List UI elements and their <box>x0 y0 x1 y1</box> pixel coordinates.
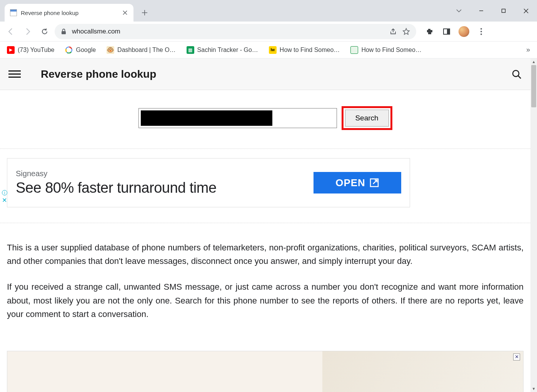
ad-open-button[interactable]: OPEN <box>314 172 401 193</box>
share-icon[interactable] <box>389 28 397 35</box>
tab-title: Reverse phone lookup <box>21 10 118 16</box>
search-row: Search <box>0 90 530 149</box>
new-tab-button[interactable] <box>138 6 151 19</box>
scroll-thumb[interactable] <box>531 65 536 107</box>
search-button[interactable]: Search <box>345 110 389 127</box>
browser-toolbar: whocallsme.com <box>0 22 537 42</box>
bookmark-item[interactable]: lwHow to Find Someo… <box>269 46 340 54</box>
svg-point-8 <box>513 70 519 77</box>
ad-close-icon[interactable]: ✕ <box>2 197 7 204</box>
ad-headline: See 80% faster turnaround time <box>16 180 314 196</box>
back-button[interactable] <box>4 25 18 38</box>
bookmarks-overflow-button[interactable]: » <box>526 46 530 54</box>
bookmark-label: Sachin Tracker - Go… <box>197 47 258 53</box>
browser-tab[interactable]: Reverse phone lookup <box>5 4 133 22</box>
forward-button[interactable] <box>21 25 35 38</box>
lock-icon <box>61 28 67 35</box>
profile-avatar[interactable] <box>459 26 469 37</box>
redacted-input-value <box>141 110 272 126</box>
page-title: Reverse phone lookup <box>41 68 156 80</box>
svg-rect-1 <box>62 31 66 34</box>
open-external-icon <box>369 178 379 188</box>
svg-point-4 <box>480 28 482 30</box>
hamburger-menu-button[interactable] <box>8 68 21 80</box>
sidepanel-icon[interactable] <box>442 27 452 37</box>
description-area: This is a user supplied database of phon… <box>0 223 530 351</box>
svg-point-6 <box>480 33 482 35</box>
page-content: Reverse phone lookup Search i ✕ Signeasy <box>0 58 530 392</box>
window-controls <box>448 0 537 22</box>
ad-banner[interactable]: i ✕ Signeasy See 80% faster turnaround t… <box>7 158 410 207</box>
bookmark-item[interactable]: 🐵Dashboard | The O… <box>107 46 176 54</box>
description-paragraph: If you received a strange call, unwanted… <box>7 280 524 321</box>
bookmark-item[interactable]: ▦Sachin Tracker - Go… <box>187 46 258 54</box>
ad-brand: Signeasy <box>16 169 314 178</box>
scroll-down-button[interactable]: ▼ <box>530 385 537 392</box>
description-paragraph: This is a user supplied database of phon… <box>7 241 524 268</box>
extensions-icon[interactable] <box>425 27 435 37</box>
search-button-label: Search <box>355 114 378 122</box>
address-bar[interactable]: whocallsme.com <box>55 24 416 39</box>
bookmark-label: How to Find Someo… <box>361 47 422 53</box>
window-titlebar: Reverse phone lookup <box>0 0 537 22</box>
scroll-up-button[interactable]: ▲ <box>530 58 537 65</box>
bookmark-label: (73) YouTube <box>18 47 54 53</box>
ad-close-icon[interactable]: ✕ <box>513 354 520 360</box>
chrome-menu-button[interactable] <box>476 27 486 37</box>
close-window-button[interactable] <box>515 3 537 18</box>
tab-favicon <box>10 9 17 16</box>
bookmark-label: Google <box>76 47 96 53</box>
reload-button[interactable] <box>38 25 52 38</box>
tab-close-button[interactable] <box>122 10 128 16</box>
bookmark-item[interactable]: ▶(73) YouTube <box>7 46 54 54</box>
bookmark-label: How to Find Someo… <box>280 47 340 53</box>
ad-info-icon[interactable]: i <box>2 190 7 195</box>
svg-rect-3 <box>447 29 450 34</box>
ad-container: i ✕ Signeasy See 80% faster turnaround t… <box>0 149 530 223</box>
bookmark-item[interactable]: Google <box>65 46 96 54</box>
bookmark-label: Dashboard | The O… <box>117 47 176 53</box>
maximize-button[interactable] <box>492 3 515 18</box>
search-icon[interactable] <box>511 69 522 80</box>
search-button-highlight: Search <box>342 106 392 130</box>
svg-rect-0 <box>502 9 505 13</box>
phone-search-input[interactable] <box>138 108 337 128</box>
vertical-scrollbar[interactable]: ▲ ▼ <box>530 58 537 392</box>
bookmark-item[interactable]: How to Find Someo… <box>350 46 422 54</box>
minimize-button[interactable] <box>470 3 492 18</box>
svg-point-5 <box>480 31 482 32</box>
star-icon[interactable] <box>402 28 410 35</box>
bottom-ad-banner[interactable]: ✕ <box>7 351 524 392</box>
chevron-down-icon[interactable] <box>448 3 470 18</box>
bookmarks-bar: ▶(73) YouTube Google 🐵Dashboard | The O…… <box>0 42 537 58</box>
ad-cta-label: OPEN <box>335 177 365 189</box>
ad-image <box>322 351 523 392</box>
url-text: whocallsme.com <box>72 28 120 35</box>
site-header: Reverse phone lookup <box>0 58 530 90</box>
